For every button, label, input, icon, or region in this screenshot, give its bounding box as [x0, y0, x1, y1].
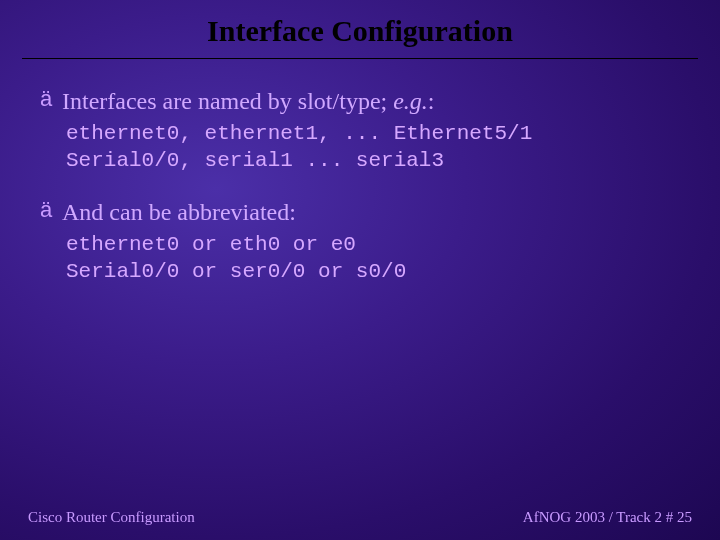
bullet-item: ä Interfaces are named by slot/type; e.g…	[40, 87, 680, 116]
arrow-icon: ä	[40, 87, 52, 111]
bullet-lead: And can be abbreviated:	[62, 199, 296, 225]
footer: Cisco Router Configuration AfNOG 2003 / …	[28, 509, 692, 526]
lead-tail: :	[428, 88, 435, 114]
slide: Interface Configuration ä Interfaces are…	[0, 0, 720, 540]
slide-title: Interface Configuration	[0, 0, 720, 58]
arrow-icon: ä	[40, 198, 52, 222]
bullet-lead: Interfaces are named by slot/type; e.g.:	[62, 88, 435, 114]
footer-right: AfNOG 2003 / Track 2 # 25	[523, 509, 692, 526]
bullet-item: ä And can be abbreviated:	[40, 198, 680, 227]
code-block: ethernet0, ethernet1, ... Ethernet5/1 Se…	[40, 120, 680, 175]
footer-left: Cisco Router Configuration	[28, 509, 195, 526]
lead-italic: e.g.	[393, 88, 428, 114]
slide-content: ä Interfaces are named by slot/type; e.g…	[0, 59, 720, 286]
code-block: ethernet0 or eth0 or e0 Serial0/0 or ser…	[40, 231, 680, 286]
lead-text: Interfaces are named by slot/type;	[62, 88, 393, 114]
lead-text: And can be abbreviated:	[62, 199, 296, 225]
